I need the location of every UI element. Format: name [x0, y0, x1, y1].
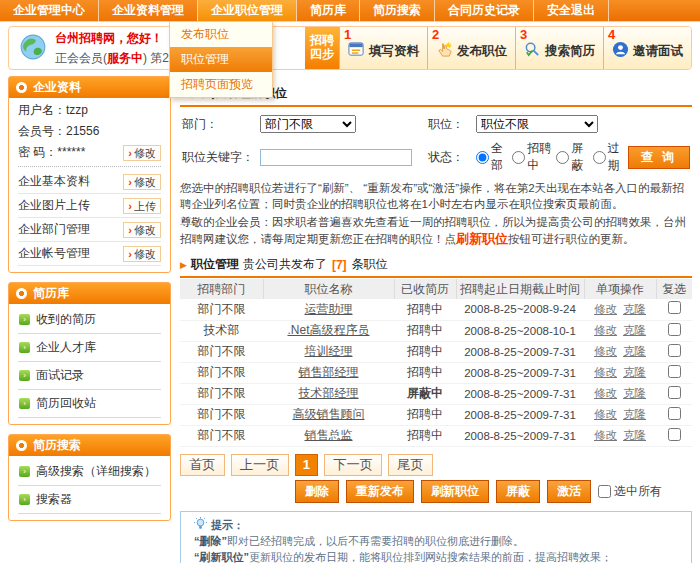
- current-page-button[interactable]: 1: [295, 454, 318, 476]
- keyword-label: 职位关键字：: [182, 149, 260, 166]
- sidebar-item-resume-recycle-bin[interactable]: ›简历回收站: [18, 390, 161, 418]
- clone-link[interactable]: 克隆: [623, 303, 646, 315]
- status-cell: 招聘中: [394, 299, 456, 320]
- nav-tab-management-center[interactable]: 企业管理中心: [0, 0, 99, 21]
- company-image-upload-button[interactable]: ›上传: [123, 198, 161, 214]
- status-cell: 招聘中: [394, 425, 456, 446]
- row-checkbox[interactable]: [668, 301, 681, 314]
- password-modify-button[interactable]: ›修改: [123, 145, 161, 161]
- bulb-icon: [194, 517, 207, 535]
- position-link[interactable]: 销售部经理: [299, 365, 359, 379]
- edit-link[interactable]: 修改: [594, 324, 617, 336]
- sidebar-item-talent-pool[interactable]: ›企业人才库: [18, 334, 161, 362]
- sidebar: 企业资料 用户名：tzzp 会员号：21556 密 码：****** ›修改 企…: [8, 76, 171, 563]
- header-date-range: 招聘起止日期截止时间: [456, 279, 584, 299]
- activate-button[interactable]: 激活: [547, 480, 591, 503]
- row-checkbox[interactable]: [668, 428, 681, 441]
- position-link[interactable]: 高级销售顾问: [293, 407, 365, 421]
- keyword-input[interactable]: [260, 149, 412, 166]
- next-page-button[interactable]: 下一页: [324, 454, 382, 476]
- dates-cell: 2008-8-25~2009-7-31: [456, 425, 584, 446]
- select-all-group: 选中所有: [598, 483, 662, 500]
- username-row: 用户名：tzzp: [18, 100, 161, 121]
- header-checkbox: 复选: [656, 279, 692, 299]
- position-link[interactable]: 销售总监: [305, 428, 353, 442]
- nav-tab-position-management[interactable]: 企业职位管理: [198, 0, 297, 21]
- clone-link[interactable]: 克隆: [623, 408, 646, 420]
- green-arrow-icon: ›: [19, 398, 30, 409]
- row-checkbox[interactable]: [668, 365, 681, 378]
- status-radio-expired[interactable]: [593, 151, 606, 164]
- step-search-resume[interactable]: 3 搜索简历: [515, 27, 603, 69]
- refresh-position-button[interactable]: 刷新职位: [421, 480, 489, 503]
- tips-header: 提示：: [194, 517, 678, 535]
- position-link[interactable]: .Net高级程序员: [287, 323, 369, 337]
- menu-item-recruit-page-preview[interactable]: 招聘页面预览: [170, 72, 272, 97]
- delete-button[interactable]: 删除: [295, 480, 339, 503]
- nav-tab-contract-history[interactable]: 合同历史记录: [435, 0, 534, 21]
- status-radio-recruiting[interactable]: [512, 151, 525, 164]
- nav-tab-resume-library[interactable]: 简历库: [297, 0, 360, 21]
- block-button[interactable]: 屏蔽: [496, 480, 540, 503]
- menu-item-publish-position[interactable]: 发布职位: [170, 22, 272, 47]
- clone-link[interactable]: 克隆: [623, 387, 646, 399]
- sidebar-item-search-agent[interactable]: ›搜索器: [18, 486, 161, 514]
- arrow-icon: ›: [128, 146, 132, 160]
- dept-select[interactable]: 部门不限: [260, 115, 356, 133]
- sidebar-item-interview-records[interactable]: ›面试记录: [18, 362, 161, 390]
- row-checkbox[interactable]: [668, 323, 681, 336]
- step-publish-position[interactable]: 2 发布职位: [427, 27, 515, 69]
- dept-cell: 部门不限: [180, 299, 263, 320]
- member-number-value: 21556: [66, 121, 99, 142]
- status-radio-all[interactable]: [476, 151, 489, 164]
- dept-cell: 部门不限: [180, 425, 263, 446]
- search-button[interactable]: 查 询: [628, 146, 690, 169]
- nav-tab-company-info[interactable]: 企业资料管理: [99, 0, 198, 21]
- department-management-row: 企业部门管理 ›修改: [18, 218, 161, 242]
- row-checkbox[interactable]: [668, 344, 681, 357]
- table-row: 部门不限 销售总监 招聘中 2008-8-25~2009-7-31 修改克隆: [180, 425, 692, 446]
- nav-tab-resume-search[interactable]: 简历搜索: [360, 0, 435, 21]
- row-checkbox[interactable]: [668, 386, 681, 399]
- clone-link[interactable]: 克隆: [623, 345, 646, 357]
- edit-link[interactable]: 修改: [594, 408, 617, 420]
- dates-cell: 2008-8-25~2009-7-31: [456, 362, 584, 383]
- edit-link[interactable]: 修改: [594, 429, 617, 441]
- refresh-position-link[interactable]: 刷新职位: [456, 231, 508, 246]
- status-radio-blocked[interactable]: [556, 151, 569, 164]
- position-select[interactable]: 职位不限: [476, 115, 598, 133]
- nav-tab-logout[interactable]: 安全退出: [534, 0, 609, 21]
- position-link[interactable]: 运营助理: [305, 302, 353, 316]
- first-page-button[interactable]: 首页: [180, 454, 225, 476]
- clone-link[interactable]: 克隆: [623, 429, 646, 441]
- select-all-label: 选中所有: [614, 483, 662, 500]
- triangle-icon: ▶: [180, 260, 187, 270]
- step-fill-info[interactable]: 1 填写资料: [339, 27, 427, 69]
- dates-cell: 2008-8-25~2008-10-1: [456, 320, 584, 341]
- menu-item-position-management[interactable]: 职位管理: [170, 47, 272, 72]
- sidebar-item-received-resumes[interactable]: ›收到的简历: [18, 306, 161, 334]
- row-checkbox[interactable]: [668, 407, 681, 420]
- company-basic-info-modify-button[interactable]: ›修改: [123, 174, 161, 190]
- department-management-modify-button[interactable]: ›修改: [123, 222, 161, 238]
- prev-page-button[interactable]: 上一页: [231, 454, 289, 476]
- select-all-checkbox[interactable]: [598, 485, 611, 498]
- last-page-button[interactable]: 尾页: [388, 454, 433, 476]
- status-cell: 招聘中: [394, 362, 456, 383]
- dept-cell: 技术部: [180, 320, 263, 341]
- green-arrow-icon: ›: [19, 370, 30, 381]
- position-link[interactable]: 培训经理: [305, 344, 353, 358]
- clone-link[interactable]: 克隆: [623, 366, 646, 378]
- republish-button[interactable]: 重新发布: [346, 480, 414, 503]
- step-invite-interview[interactable]: 4 邀请面试: [603, 27, 691, 69]
- edit-link[interactable]: 修改: [594, 387, 617, 399]
- edit-link[interactable]: 修改: [594, 366, 617, 378]
- position-link[interactable]: 技术部经理: [299, 386, 359, 400]
- edit-link[interactable]: 修改: [594, 303, 617, 315]
- sidebar-item-advanced-search[interactable]: ›高级搜索（详细搜索）: [18, 458, 161, 486]
- account-management-modify-button[interactable]: ›修改: [123, 246, 161, 262]
- status-cell: 招聘中: [394, 404, 456, 425]
- clone-link[interactable]: 克隆: [623, 324, 646, 336]
- edit-link[interactable]: 修改: [594, 345, 617, 357]
- step-1-label: 填写资料: [369, 43, 419, 60]
